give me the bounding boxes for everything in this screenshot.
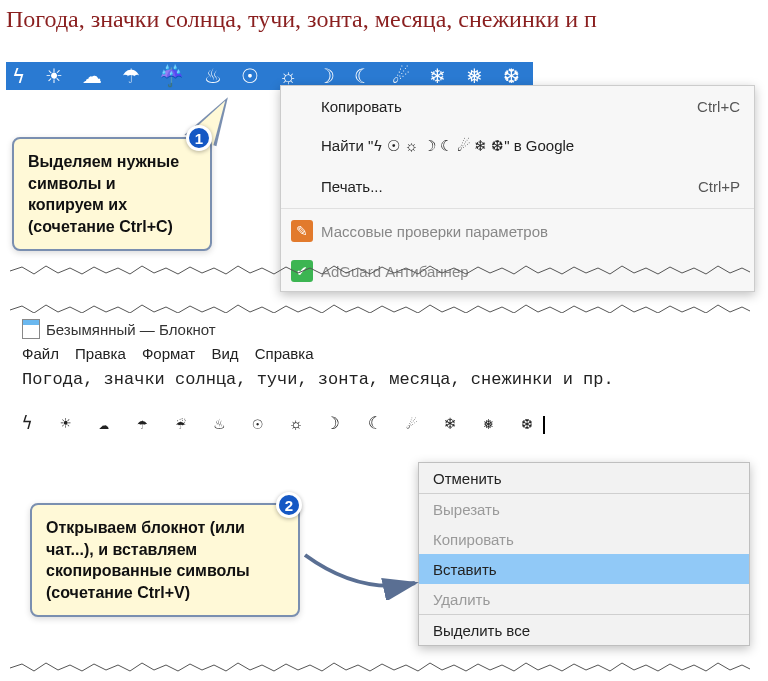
- callout-text: Выделяем нужные символы и копируем их (с…: [28, 153, 179, 235]
- torn-edge-icon: [10, 662, 750, 674]
- ctx-delete[interactable]: Удалить: [419, 584, 749, 614]
- ctx-copy[interactable]: Копировать: [419, 524, 749, 554]
- ctx-separator: [281, 208, 754, 209]
- notepad-symbols-line[interactable]: ϟ ☀ ☁ ☂ ☔ ♨ ☉ ☼ ☽ ☾ ☄ ❄ ❅ ❆: [16, 393, 751, 458]
- tool-icon: ✎: [291, 220, 313, 242]
- ctx-print[interactable]: Печать... Ctrl+P: [281, 166, 754, 206]
- menu-format[interactable]: Формат: [142, 345, 195, 362]
- ctx-copy-shortcut: Ctrl+C: [697, 98, 740, 115]
- notepad-context-menu: Отменить Вырезать Копировать Вставить Уд…: [418, 462, 750, 646]
- arrow-icon: [300, 500, 430, 600]
- notepad-menubar: Файл Правка Формат Вид Справка: [16, 341, 751, 366]
- menu-help[interactable]: Справка: [255, 345, 314, 362]
- menu-edit[interactable]: Правка: [75, 345, 126, 362]
- ctx-print-shortcut: Ctrl+P: [698, 178, 740, 195]
- ctx-mass-check[interactable]: ✎ Массовые проверки параметров: [281, 211, 754, 251]
- callout-text: Открываем блокнот (или чат...), и вставл…: [46, 519, 250, 601]
- callout-step-2: Открываем блокнот (или чат...), и вставл…: [30, 503, 300, 617]
- ctx-undo[interactable]: Отменить: [419, 463, 749, 493]
- page-heading: Погода, значки солнца, тучи, зонта, меся…: [6, 6, 597, 33]
- ctx-copy[interactable]: Копировать Ctrl+C: [281, 86, 754, 126]
- menu-file[interactable]: Файл: [22, 345, 59, 362]
- ctx-cut[interactable]: Вырезать: [419, 494, 749, 524]
- browser-context-menu: Копировать Ctrl+C Найти "ϟ ☉ ☼ ☽ ☾ ☄ ❄ ❆…: [280, 85, 755, 292]
- text-cursor-icon: [543, 416, 545, 434]
- badge-step-2: 2: [276, 492, 302, 518]
- notepad-text-line[interactable]: Погода, значки солнца, тучи, зонта, меся…: [16, 366, 751, 393]
- ctx-select-all[interactable]: Выделить все: [419, 615, 749, 645]
- torn-edge-icon: [10, 265, 750, 277]
- notepad-icon: [22, 319, 40, 339]
- ctx-mass-label: Массовые проверки параметров: [321, 223, 740, 240]
- notepad-title-bar: Безымянный — Блокнот: [16, 313, 751, 341]
- ctx-copy-label: Копировать: [321, 98, 697, 115]
- notepad-title: Безымянный — Блокнот: [46, 321, 216, 338]
- badge-step-1: 1: [186, 125, 212, 151]
- ctx-paste[interactable]: Вставить: [419, 554, 749, 584]
- notepad-window: Безымянный — Блокнот Файл Правка Формат …: [16, 313, 751, 458]
- menu-view[interactable]: Вид: [211, 345, 238, 362]
- callout-step-1: Выделяем нужные символы и копируем их (с…: [12, 137, 212, 251]
- ctx-search-google[interactable]: Найти "ϟ ☉ ☼ ☽ ☾ ☄ ❄ ❆" в Google: [281, 126, 754, 166]
- ctx-print-label: Печать...: [321, 178, 698, 195]
- ctx-search-label: Найти "ϟ ☉ ☼ ☽ ☾ ☄ ❄ ❆" в Google: [321, 137, 740, 155]
